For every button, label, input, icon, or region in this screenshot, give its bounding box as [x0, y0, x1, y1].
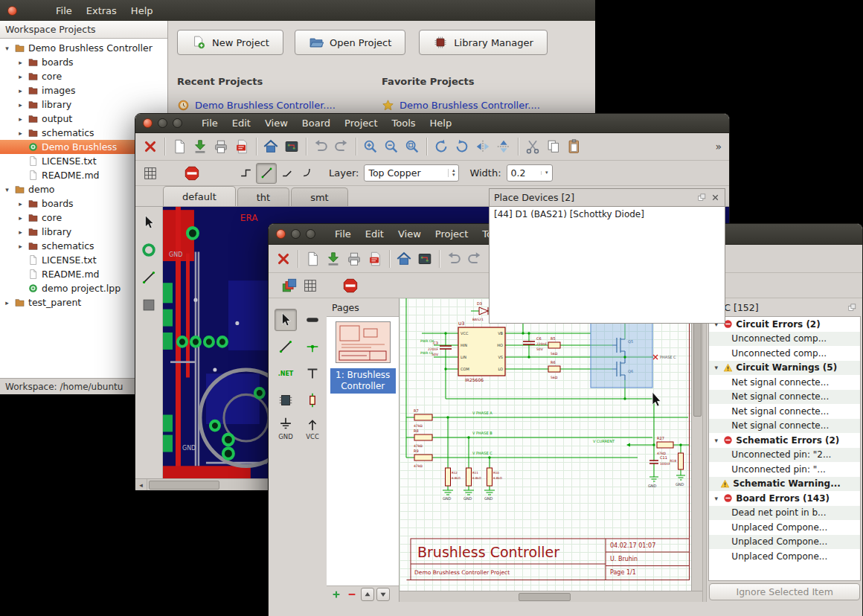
- toolbar-overflow-chevron[interactable]: »: [712, 141, 725, 153]
- float-panel-icon[interactable]: [847, 303, 857, 312]
- wire-mode-hv-button[interactable]: [235, 163, 256, 184]
- expander-icon[interactable]: ▾: [712, 495, 720, 502]
- erc-category[interactable]: Schematic Warning...: [709, 477, 860, 492]
- save-button[interactable]: [190, 136, 211, 157]
- control-panel-button[interactable]: [394, 248, 414, 269]
- copy-button[interactable]: [543, 136, 564, 157]
- erc-item[interactable]: Net signal connecte...: [709, 390, 860, 405]
- menu-edit[interactable]: Edit: [232, 118, 251, 129]
- erc-category[interactable]: ▾Circuit Errors (2): [709, 317, 860, 332]
- zoom-fit-button[interactable]: [402, 136, 423, 157]
- menu-view[interactable]: View: [398, 228, 421, 240]
- menu-view[interactable]: View: [265, 118, 288, 129]
- expander-icon[interactable]: ▸: [16, 87, 25, 94]
- erc-item[interactable]: Dead net point in b...: [709, 506, 860, 521]
- spinner-icons[interactable]: ▴▾: [448, 169, 455, 178]
- tree-item-core[interactable]: ▸core: [0, 69, 167, 83]
- canvas-horizontal-scrollbar[interactable]: [400, 591, 702, 602]
- add-netlabel-tool[interactable]: .NET: [275, 362, 297, 385]
- close-window-button[interactable]: [7, 6, 17, 16]
- expander-icon[interactable]: ▸: [16, 73, 25, 80]
- export-pdf-button[interactable]: [365, 248, 385, 269]
- tab-default[interactable]: default: [163, 186, 236, 206]
- erc-item[interactable]: Unconnected comp...: [709, 346, 860, 361]
- canvas-vertical-scrollbar[interactable]: ▴: [691, 298, 702, 591]
- wire-mode-curve-button[interactable]: [298, 163, 318, 184]
- close-window-button[interactable]: [276, 229, 286, 239]
- layer-select[interactable]: Top Copper ▴▾: [364, 164, 459, 182]
- erc-item[interactable]: Unplaced Compone...: [709, 520, 860, 535]
- menu-project[interactable]: Project: [435, 228, 468, 240]
- abort-command-button[interactable]: [340, 275, 361, 296]
- menu-project[interactable]: Project: [344, 118, 377, 129]
- menu-file[interactable]: File: [202, 118, 218, 129]
- minimize-window-button[interactable]: [158, 118, 167, 128]
- draw-wire-tool[interactable]: [301, 309, 324, 331]
- new-button[interactable]: [302, 248, 323, 269]
- menu-help[interactable]: Help: [430, 118, 452, 129]
- board-editor-button[interactable]: [281, 136, 302, 157]
- cut-button[interactable]: [522, 136, 543, 157]
- open-project-button[interactable]: Open Project: [295, 30, 405, 55]
- page-item-selected[interactable]: 1: Brushless Controller: [330, 368, 396, 394]
- wire-mode-45-button[interactable]: [256, 163, 277, 184]
- grid-settings-button[interactable]: [300, 275, 321, 296]
- tree-item-demo-brushless-controller[interactable]: ▾Demo Brushless Controller: [0, 41, 167, 55]
- erc-item[interactable]: Net signal connecte...: [709, 419, 860, 434]
- scrollbar-thumb[interactable]: [693, 320, 702, 417]
- abort-command-button[interactable]: [182, 163, 202, 184]
- library-manager-button[interactable]: Library Manager: [419, 30, 548, 55]
- scrollbar-thumb[interactable]: [149, 481, 219, 490]
- expander-icon[interactable]: ▸: [16, 243, 25, 250]
- close-window-button[interactable]: [143, 118, 153, 128]
- zoom-out-button[interactable]: [381, 136, 402, 157]
- expander-icon[interactable]: ▸: [16, 59, 25, 66]
- erc-category[interactable]: ▾Board Errors (143): [709, 491, 860, 506]
- print-button[interactable]: [344, 248, 365, 269]
- erc-category[interactable]: ▾Schematic Errors (2): [709, 433, 860, 448]
- add-component-tool[interactable]: [275, 389, 297, 411]
- add-junction-tool[interactable]: [301, 336, 324, 358]
- add-page-button[interactable]: [330, 588, 343, 601]
- scroll-left-icon[interactable]: ◂: [135, 479, 147, 490]
- tree-item-boards[interactable]: ▸boards: [0, 55, 167, 69]
- undo-button[interactable]: [443, 248, 464, 269]
- erc-item[interactable]: Net signal connecte...: [709, 375, 860, 390]
- move-page-up-button[interactable]: [361, 588, 374, 601]
- rotate-ccw-button[interactable]: [431, 136, 452, 157]
- save-button[interactable]: [323, 248, 344, 269]
- expander-icon[interactable]: ▸: [16, 129, 25, 137]
- expander-icon[interactable]: ▸: [16, 214, 25, 222]
- add-vcc-symbol-tool[interactable]: VCC: [301, 416, 324, 440]
- redo-button[interactable]: [331, 136, 352, 157]
- favorite-project-link[interactable]: Demo Brushless Controller....: [382, 99, 586, 112]
- flip-vertical-button[interactable]: [493, 136, 514, 157]
- draw-trace-tool[interactable]: [138, 266, 160, 289]
- scrollbar-thumb[interactable]: [519, 593, 571, 601]
- erc-list[interactable]: ▾Circuit Errors (2) Unconnected comp... …: [708, 316, 861, 581]
- tab-smt[interactable]: smt: [291, 187, 348, 206]
- tree-item-library[interactable]: ▸library: [0, 97, 167, 112]
- tab-tht[interactable]: tht: [237, 187, 289, 206]
- draw-plane-tool[interactable]: [138, 294, 160, 316]
- expander-icon[interactable]: ▸: [16, 101, 25, 109]
- move-page-down-button[interactable]: [376, 588, 390, 601]
- recent-project-link[interactable]: Demo Brushless Controller....: [177, 99, 382, 112]
- menu-board[interactable]: Board: [302, 118, 330, 129]
- layers-button[interactable]: [279, 275, 300, 296]
- paste-button[interactable]: [564, 136, 585, 157]
- expander-icon[interactable]: ▾: [3, 45, 11, 52]
- menu-tools[interactable]: Tools: [392, 118, 416, 129]
- erc-item[interactable]: Unconnected comp...: [709, 332, 860, 347]
- draw-line-tool[interactable]: [275, 336, 297, 358]
- close-project-button[interactable]: [140, 136, 161, 157]
- width-select[interactable]: 0.2 ▾: [507, 164, 553, 182]
- remove-page-button[interactable]: [345, 588, 359, 601]
- expander-icon[interactable]: ▸: [16, 115, 25, 123]
- maximize-window-button[interactable]: [173, 118, 182, 128]
- wire-mode-angled-button[interactable]: [277, 163, 298, 184]
- select-tool[interactable]: [275, 309, 297, 331]
- board-editor-button[interactable]: [414, 248, 435, 269]
- menu-edit[interactable]: Edit: [365, 228, 384, 240]
- flip-horizontal-button[interactable]: [472, 136, 493, 157]
